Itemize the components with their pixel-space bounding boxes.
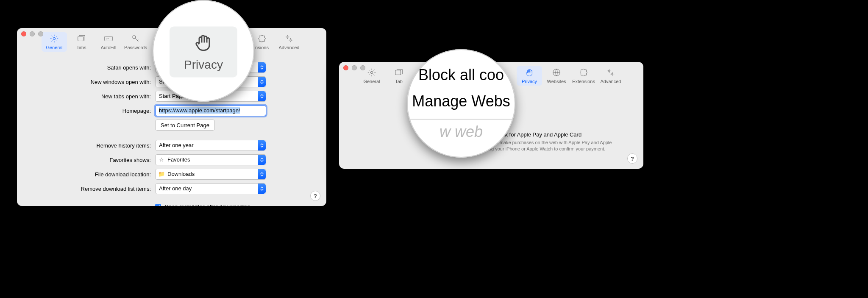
close-window[interactable] bbox=[21, 31, 26, 36]
label-safari-opens: Safari opens with: bbox=[32, 64, 151, 71]
tab-advanced[interactable]: Advanced bbox=[598, 66, 623, 86]
magnifier-line-3: w web bbox=[410, 119, 512, 141]
minimize-window[interactable] bbox=[352, 65, 357, 70]
magnifier-label: Privacy bbox=[184, 58, 223, 72]
tab-websites[interactable]: Websites bbox=[544, 66, 569, 86]
traffic-lights bbox=[343, 65, 365, 70]
tab-label: General bbox=[363, 79, 380, 84]
magnifier-cookies-section: Block all coo Manage Webs w web bbox=[407, 49, 515, 158]
tab-label: Extensions bbox=[572, 79, 595, 84]
tab-label: General bbox=[46, 45, 62, 50]
puzzle-icon bbox=[257, 34, 267, 43]
label-new-windows: New windows open with: bbox=[32, 79, 151, 85]
tab-passwords[interactable]: Passwords bbox=[123, 32, 148, 52]
key-icon bbox=[131, 34, 140, 43]
svg-point-9 bbox=[609, 70, 610, 72]
checkbox-open-safe[interactable]: Open "safe" files after downloading bbox=[155, 203, 266, 206]
hand-icon bbox=[525, 68, 534, 77]
tab-advanced[interactable]: Advanced bbox=[276, 32, 302, 52]
label-remove-downloads: Remove download list items: bbox=[32, 186, 151, 192]
chevron-updown-icon bbox=[258, 140, 266, 150]
tab-autofill[interactable]: AutoFill bbox=[96, 32, 121, 52]
tab-label: Privacy bbox=[522, 79, 537, 84]
star-icon: ☆ bbox=[158, 156, 165, 163]
tab-general[interactable]: General bbox=[42, 32, 67, 52]
chevron-updown-icon bbox=[258, 77, 266, 87]
svg-point-10 bbox=[612, 73, 613, 75]
gear-icon bbox=[50, 34, 59, 43]
chevron-updown-icon bbox=[258, 169, 266, 179]
tab-extensions[interactable]: Extensions bbox=[571, 66, 596, 86]
tab-label: Websites bbox=[547, 79, 566, 84]
input-homepage[interactable]: https://www.apple.com/startpage/ bbox=[155, 105, 266, 116]
tab-label: Passwords bbox=[124, 45, 147, 50]
select-favorites[interactable]: ☆ Favorites bbox=[155, 154, 266, 165]
svg-rect-7 bbox=[395, 70, 401, 75]
chevron-updown-icon bbox=[258, 184, 266, 194]
close-window[interactable] bbox=[343, 65, 348, 70]
tab-label: Tab bbox=[395, 79, 403, 84]
gears-icon bbox=[284, 34, 294, 43]
svg-point-6 bbox=[370, 71, 373, 74]
tabs-icon bbox=[77, 34, 86, 43]
folder-icon: 📁 bbox=[158, 171, 165, 178]
magnifier-line-1: Block all coo bbox=[418, 66, 504, 84]
hand-icon bbox=[193, 32, 214, 54]
pencil-icon bbox=[104, 34, 113, 43]
traffic-lights bbox=[21, 31, 43, 36]
label-favorites: Favorites shows: bbox=[32, 157, 151, 163]
help-button[interactable]: ? bbox=[310, 191, 320, 201]
maximize-window[interactable] bbox=[360, 65, 365, 70]
svg-point-4 bbox=[287, 36, 289, 38]
tab-tabs[interactable]: Tabs bbox=[69, 32, 94, 52]
tabs-icon bbox=[394, 68, 403, 77]
help-button[interactable]: ? bbox=[627, 153, 637, 164]
chevron-updown-icon bbox=[258, 91, 266, 101]
maximize-window[interactable] bbox=[38, 31, 43, 36]
tab-label: Tabs bbox=[76, 45, 86, 50]
tab-label: Advanced bbox=[279, 45, 300, 50]
puzzle-icon bbox=[579, 68, 588, 77]
tab-label: AutoFill bbox=[101, 45, 117, 50]
globe-icon bbox=[552, 68, 561, 77]
label-download-location: File download location: bbox=[32, 171, 151, 178]
chevron-updown-icon bbox=[258, 62, 266, 72]
magnifier-privacy-tab: Privacy bbox=[153, 0, 254, 102]
gears-icon bbox=[606, 68, 615, 77]
label-new-tabs: New tabs open with: bbox=[32, 93, 151, 100]
tab-label: Advanced bbox=[601, 79, 621, 84]
tab-tabs[interactable]: Tab bbox=[386, 66, 412, 86]
chevron-updown-icon bbox=[258, 155, 266, 165]
gear-icon bbox=[367, 68, 376, 77]
magnifier-line-2: Manage Webs bbox=[412, 92, 510, 110]
select-remove-history[interactable]: After one year bbox=[155, 140, 266, 151]
svg-point-5 bbox=[290, 39, 292, 41]
minimize-window[interactable] bbox=[30, 31, 35, 36]
select-download-location[interactable]: 📁 Downloads bbox=[155, 169, 266, 180]
svg-point-0 bbox=[53, 37, 56, 40]
label-remove-history: Remove history items: bbox=[32, 142, 151, 149]
set-current-page-button[interactable]: Set to Current Page bbox=[155, 120, 215, 131]
tab-privacy[interactable]: Privacy bbox=[517, 66, 542, 86]
select-remove-downloads[interactable]: After one day bbox=[155, 183, 266, 194]
label-homepage: Homepage: bbox=[32, 108, 151, 114]
svg-rect-1 bbox=[78, 36, 83, 41]
checkmark-icon bbox=[155, 204, 161, 206]
tab-label: nsions bbox=[255, 45, 269, 50]
svg-point-3 bbox=[133, 36, 136, 39]
